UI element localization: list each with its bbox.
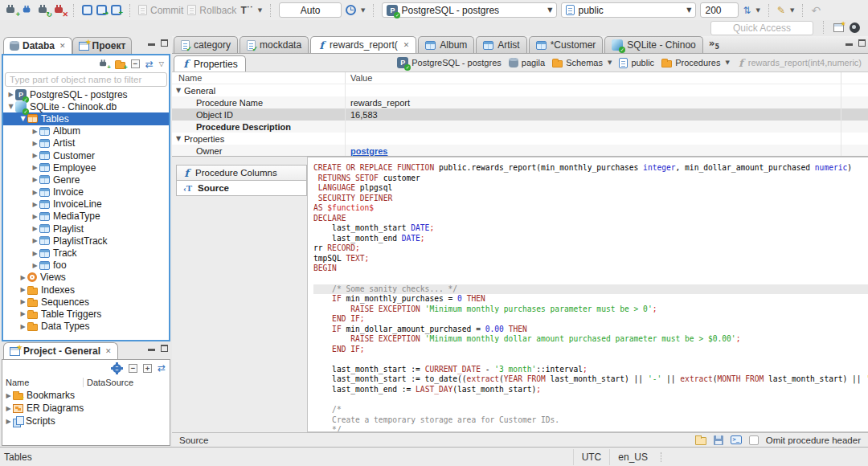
maximize-icon[interactable] <box>161 39 168 47</box>
code-line[interactable]: END IF; <box>313 345 868 355</box>
console-icon[interactable] <box>731 435 742 444</box>
sql-editor-icon[interactable] <box>82 5 92 15</box>
breadcrumb-item-postgresql-postgres[interactable]: PostgreSQL - postgres <box>397 57 501 68</box>
code-line[interactable]: END IF; <box>313 314 868 325</box>
connect-icon[interactable] <box>22 6 32 14</box>
dbeaver-perspective-icon[interactable] <box>850 22 860 33</box>
twistie-icon[interactable]: ▶ <box>18 323 27 330</box>
timezone-indicator[interactable]: UTC <box>573 449 610 465</box>
code-line[interactable]: RETURNS SETOF customer <box>313 174 868 184</box>
twistie-icon[interactable]: ▶ <box>31 225 39 232</box>
commit-button[interactable]: Commit <box>138 5 183 16</box>
code-line[interactable]: SECURITY DEFINER <box>313 194 868 204</box>
code-line[interactable]: CREATE OR REPLACE FUNCTION public.reward… <box>313 163 868 174</box>
property-value-cell[interactable]: postgres <box>345 145 841 157</box>
twistie-icon[interactable]: ▶ <box>18 286 27 293</box>
editor-tab-album[interactable]: Album <box>418 36 474 53</box>
navigator-filter-input[interactable]: Type part of object name to filter <box>5 72 167 87</box>
twistie-icon[interactable]: ▶ <box>31 201 39 208</box>
collapse-all-icon[interactable] <box>131 59 140 68</box>
column-name[interactable]: Name <box>172 73 345 83</box>
reconnect-icon[interactable]: ↻ <box>37 5 49 15</box>
tree-item-mediatype[interactable]: ▶MediaType <box>3 211 169 223</box>
code-line[interactable]: */ <box>313 425 868 432</box>
code-line[interactable]: last_month_end DATE; <box>313 234 868 244</box>
project-item-bookmarks[interactable]: ▶Bookmarks <box>2 389 170 402</box>
code-line[interactable]: LANGUAGE plpgsql <box>313 183 868 194</box>
quick-access-input[interactable]: Quick Access <box>710 21 813 35</box>
link-with-editor-icon[interactable]: ⇄ <box>145 59 154 70</box>
chevron-down-icon[interactable]: ▼ <box>725 59 729 66</box>
collapse-all-icon[interactable] <box>129 364 137 373</box>
tab-database-navigator[interactable]: Databa ✕ <box>3 37 72 54</box>
twistie-icon[interactable]: ▶ <box>4 392 13 399</box>
link-with-editor-icon[interactable]: ⇄ <box>158 362 166 374</box>
save-file-icon[interactable] <box>714 435 723 445</box>
minimize-icon[interactable] <box>845 43 853 46</box>
code-line[interactable]: BEGIN <box>313 264 868 274</box>
twistie-icon[interactable]: ▶ <box>4 405 13 412</box>
breadcrumb-item-schemas[interactable]: Schemas▼ <box>552 58 612 67</box>
tree-item-artist[interactable]: ▶Artist <box>3 137 169 149</box>
new-connection-icon[interactable]: + <box>5 5 17 15</box>
code-line[interactable]: last_month_end := LAST_DAY(last_month_st… <box>313 385 868 395</box>
tree-item-invoice[interactable]: ▶Invoice <box>3 186 169 198</box>
breadcrumb-item-rewards-report-int4-numeric[interactable]: rewards_report(int4,numeric) <box>737 58 862 68</box>
code-line[interactable]: rr RECORD; <box>313 243 868 254</box>
tree-item-views[interactable]: ▶Views <box>3 272 169 284</box>
twistie-icon[interactable]: ▶ <box>31 176 39 183</box>
source-code-editor[interactable]: CREATE OR REPLACE FUNCTION public.reward… <box>307 157 868 432</box>
new-sql-editor-icon[interactable]: + <box>111 5 121 15</box>
twistie-icon[interactable]: ▼ <box>176 87 184 94</box>
twistie-icon[interactable]: ▶ <box>18 274 27 281</box>
editor-tab-mockdata[interactable]: ✓mockdata <box>240 36 309 53</box>
code-line[interactable]: AS $function$ <box>313 203 868 214</box>
tree-item-playlisttrack[interactable]: ▶PlaylistTrack <box>3 235 169 247</box>
property-row-procedure-name[interactable]: Procedure Namerewards_report <box>172 96 868 108</box>
new-connection-icon[interactable]: + <box>98 59 108 67</box>
twistie-icon[interactable]: ▼ <box>6 103 15 110</box>
tree-item-sqlite-chinook-db[interactable]: ▼SQLite - Chinook.db <box>3 100 169 112</box>
sort-button[interactable]: ⇅▼ <box>743 5 760 16</box>
code-line[interactable] <box>313 354 868 365</box>
tree-item-employee[interactable]: ▶Employee <box>3 161 169 174</box>
twistie-icon[interactable]: ▶ <box>31 164 39 171</box>
open-perspective-icon[interactable] <box>833 23 844 32</box>
tab-projects[interactable]: Проект <box>72 37 133 54</box>
tree-item-indexes[interactable]: ▶Indexes <box>3 284 169 296</box>
code-line[interactable]: last_month_start DATE; <box>313 223 868 234</box>
txn-mode-select[interactable]: Auto <box>279 2 342 18</box>
property-row-procedure-description[interactable]: Procedure Description <box>172 121 868 133</box>
recent-sql-editor-icon[interactable]: → <box>96 5 107 15</box>
transaction-log-button[interactable]: T˙˙▼ <box>240 5 262 16</box>
fetch-size-input[interactable]: 200 <box>700 2 739 18</box>
breadcrumb-item-pagila[interactable]: pagila <box>509 58 545 67</box>
open-file-icon[interactable] <box>695 437 706 445</box>
twistie-icon[interactable]: ▶ <box>18 298 27 305</box>
close-icon[interactable]: ✕ <box>105 347 112 355</box>
property-row-properties[interactable]: ▼Properties <box>172 133 868 145</box>
close-icon[interactable]: ✕ <box>59 42 66 50</box>
subtab-procedure-columns[interactable]: Procedure Columns <box>176 165 307 181</box>
property-row-object-id[interactable]: Object ID16,583 <box>172 108 868 121</box>
column-name[interactable]: Name <box>2 378 83 387</box>
tree-item-data-types[interactable]: ▶Data Types <box>3 321 169 333</box>
code-line[interactable]: RAISE EXCEPTION 'Minimum monthly dollar … <box>313 334 868 345</box>
twistie-icon[interactable]: ▼ <box>18 115 27 122</box>
twistie-icon[interactable]: ▶ <box>4 418 13 425</box>
expand-all-icon[interactable] <box>143 364 152 373</box>
tab-project-general[interactable]: Project - General ✕ <box>3 342 118 359</box>
view-menu-icon[interactable]: ▽ <box>159 60 164 67</box>
tab-overflow-indicator[interactable]: »5 <box>709 38 719 51</box>
editor-tab-category[interactable]: ✓category <box>174 36 238 53</box>
format-button[interactable]: ✎▼ <box>777 5 794 16</box>
minimize-icon[interactable] <box>148 349 155 351</box>
column-value[interactable]: Value <box>345 72 841 84</box>
twistie-icon[interactable]: ▶ <box>31 189 39 196</box>
code-line[interactable]: IF min_dollar_amount_purchased = 0.00 TH… <box>313 325 868 335</box>
tree-item-album[interactable]: ▶Album <box>3 125 169 137</box>
close-icon[interactable]: ✕ <box>403 41 410 49</box>
subtab-source[interactable]: Source <box>176 180 307 196</box>
editor-tab-customer[interactable]: *Customer <box>529 36 604 53</box>
column-datasource[interactable]: DataSource <box>83 378 170 387</box>
